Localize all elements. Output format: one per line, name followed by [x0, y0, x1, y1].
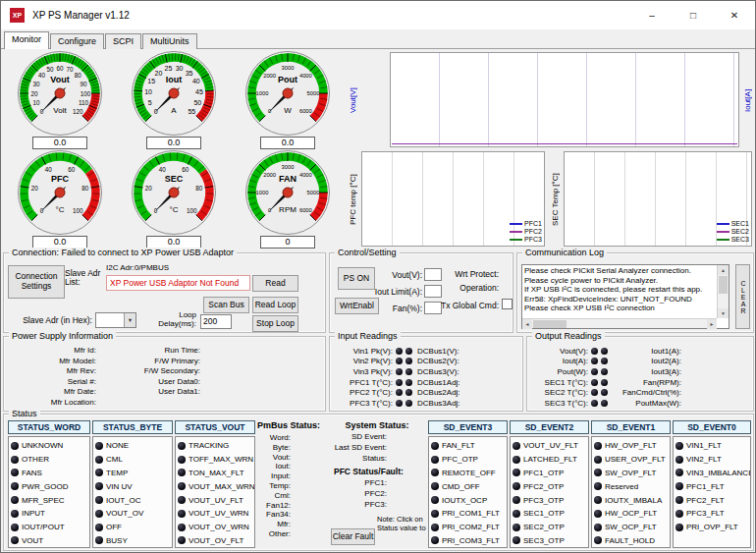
- iout-limit-input[interactable]: [424, 285, 442, 298]
- system-status-value[interactable]: [389, 432, 399, 443]
- slave-adr-hex-combo[interactable]: ▼: [95, 312, 136, 328]
- status-item-label: UNKNOWN: [22, 441, 63, 450]
- status-item: VIN UV: [95, 479, 172, 493]
- status-item: USER_OVP_FLT: [594, 453, 670, 467]
- scroll-down-icon[interactable]: ▼: [718, 308, 729, 318]
- tab-scpi[interactable]: SCPI: [105, 33, 141, 49]
- status-led: [675, 524, 683, 531]
- clear-fault-button[interactable]: Clear Fault: [331, 528, 375, 545]
- vertical-scrollbar[interactable]: ▲ ▼: [717, 265, 729, 318]
- tab-monitor[interactable]: Monitor: [4, 31, 49, 49]
- status-led: [675, 469, 683, 476]
- scan-bus-button[interactable]: Scan Bus: [203, 297, 249, 313]
- reading-row: PFC3 T(°C): DCBus3Adj:: [334, 398, 520, 409]
- horizontal-scrollbar[interactable]: ◄ ►: [522, 318, 717, 328]
- pfc-status-value: [389, 478, 399, 489]
- dropdown-arrow-icon[interactable]: ▼: [124, 313, 135, 327]
- reading-label: SEC1 T(°C):: [531, 378, 588, 387]
- svg-text:FAN: FAN: [279, 174, 297, 184]
- status-item-label: PRI_COM2_FLT: [442, 523, 500, 531]
- svg-text:1000: 1000: [256, 190, 269, 195]
- connection-settings-button[interactable]: Connection Settings: [8, 265, 65, 299]
- status-item-label: INPUT: [22, 509, 45, 518]
- svg-text:PFC: PFC: [51, 174, 70, 184]
- gauge-dial: 0100020003000400050006000FANRPM: [231, 149, 345, 236]
- tab-multiunits[interactable]: MultiUnits: [142, 33, 197, 49]
- status-led: [594, 469, 602, 476]
- system-status-value[interactable]: [389, 454, 399, 465]
- status-item-label: PRI_OVP_FLT: [686, 523, 738, 531]
- svg-text:40: 40: [38, 72, 46, 79]
- svg-text:60: 60: [182, 166, 189, 173]
- reading-label: PFC1 T(°C):: [334, 378, 393, 387]
- pmbus-label: Mfr:: [257, 520, 291, 529]
- communication-log-header: Communication Log: [522, 248, 607, 257]
- status-led: [11, 536, 19, 544]
- sec-temp-plot: SEC1 SEC2 SEC3: [564, 151, 752, 247]
- communication-log-box[interactable]: Please check PICkit Serial Analyzer conn…: [521, 264, 729, 329]
- status-item-label: PFC3_OTP: [523, 496, 564, 505]
- legend-entry: PFC2: [510, 228, 542, 235]
- system-status-value[interactable]: [389, 443, 399, 454]
- psu-info-label: Mfr Location:: [8, 398, 96, 409]
- sd-event0-header: SD_EVENT0: [673, 420, 751, 434]
- status-item-label: VOUT: [22, 536, 43, 545]
- reading-value-led: [405, 379, 412, 386]
- svg-text:50: 50: [193, 99, 201, 106]
- sd-event3-column: SD_EVENT3 FAN_FLTPFC_OTPREMOTE_OFFCMD_OF…: [428, 420, 508, 548]
- scroll-up-icon[interactable]: ▲: [718, 265, 729, 275]
- status-led: [594, 442, 602, 450]
- title-bar[interactable]: XP XP PS Manager v1.12 – □ ✕: [1, 1, 755, 29]
- svg-text:40: 40: [159, 166, 167, 173]
- tx-global-cmd-checkbox[interactable]: [502, 299, 513, 309]
- reading-label: Pout(W):: [531, 367, 588, 376]
- pfc-status-row: PFC2:: [328, 489, 426, 500]
- pfc-status-label: PFC1:: [328, 478, 387, 489]
- status-item: OFF: [95, 521, 172, 534]
- status-led: [95, 536, 103, 544]
- status-item: INPUT: [11, 507, 89, 521]
- read-loop-button[interactable]: Read Loop: [252, 297, 298, 313]
- log-line: If XP USB I²C is connected, please resta…: [524, 285, 716, 295]
- axis-label-vout: Vout[V]: [347, 52, 359, 149]
- svg-text:2000: 2000: [263, 73, 276, 79]
- close-button[interactable]: ✕: [714, 1, 755, 29]
- scroll-right-icon[interactable]: ►: [707, 319, 717, 329]
- scroll-left-icon[interactable]: ◄: [522, 319, 532, 329]
- read-button[interactable]: Read: [252, 275, 298, 292]
- reading-label: SEC2 T(°C):: [531, 388, 588, 397]
- reading-label: PoutMax(W):: [611, 399, 681, 408]
- scrollbar-thumb[interactable]: [533, 320, 567, 328]
- minimize-button[interactable]: –: [631, 1, 673, 29]
- pfc-status-rows: PFC1:PFC2:PFC3:: [328, 478, 426, 511]
- log-line: Please check PICkit Serial Analyzer conn…: [524, 266, 716, 276]
- status-led: [178, 496, 186, 504]
- psu-info-label: F/W Secondary:: [110, 366, 200, 377]
- scrollbar-thumb[interactable]: [719, 276, 728, 294]
- status-item: PFC3_OTP: [513, 493, 588, 507]
- status-item: VOUT_UV_FLT: [178, 493, 254, 507]
- reading-value-led: [601, 348, 608, 355]
- vout-set-input[interactable]: [424, 268, 442, 281]
- status-item-label: PFC2_OTP: [523, 482, 564, 491]
- system-status-title: System Status:: [328, 420, 426, 430]
- maximize-button[interactable]: □: [673, 1, 714, 29]
- status-item-label: SW_OVP_FLT: [605, 469, 656, 477]
- status-item: MFR_SPEC: [11, 493, 89, 507]
- reading-label: DCBus3Adj:: [417, 399, 460, 408]
- tab-configure[interactable]: Configure: [50, 33, 104, 49]
- clear-log-button[interactable]: CLEAR: [735, 264, 750, 329]
- loop-delay-input[interactable]: 200: [200, 314, 232, 329]
- svg-text:Pout: Pout: [278, 75, 297, 84]
- stop-loop-button[interactable]: Stop Loop: [252, 315, 298, 332]
- sd-event0-list: VIN1_FLTVIN2_FLTVIN3_IMBALANCEPFC1_FLTPF…: [673, 436, 751, 548]
- status-item: LATCHED_FLT: [513, 453, 588, 467]
- svg-text:110: 110: [79, 99, 89, 106]
- adaptor-status-field[interactable]: XP Power USB Adaptor Not Found: [106, 275, 250, 291]
- status-item-label: SEC1_OTP: [523, 509, 565, 518]
- reading-label: Vin2 Pk(V):: [334, 357, 393, 365]
- reading-value-led: [405, 400, 412, 407]
- svg-text:0: 0: [40, 207, 44, 214]
- svg-text:15: 15: [147, 78, 155, 84]
- status-led: [178, 524, 186, 531]
